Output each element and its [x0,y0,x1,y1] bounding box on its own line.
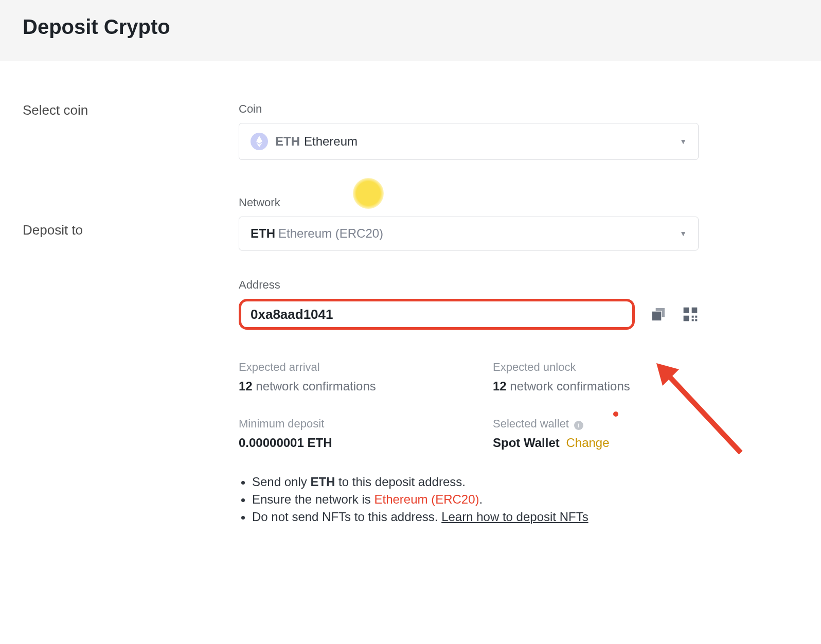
qr-code-icon[interactable] [682,306,699,323]
note-item: Send only ETH to this deposit address. [252,475,699,489]
svg-rect-9 [695,319,697,321]
expected-unlock-label: Expected unlock [493,361,699,374]
network-ticker: ETH [251,226,275,241]
page-header: Deposit Crypto [0,0,821,61]
coin-select[interactable]: ETH Ethereum ▼ [239,123,699,160]
right-column: Coin ETH Ethereum ▼ Network ETH Ethereum… [239,102,699,527]
left-column: Select coin Deposit to [23,102,239,527]
network-label: Network [239,196,699,209]
caret-down-icon: ▼ [680,229,687,238]
copy-icon[interactable] [650,306,667,323]
svg-rect-7 [695,316,697,318]
learn-nft-link[interactable]: Learn how to deposit NFTs [441,510,588,524]
selected-wallet-label: Selected wallet i [493,417,699,431]
caret-down-icon: ▼ [680,137,687,146]
svg-rect-6 [692,316,694,318]
expected-arrival-value: 12 network confirmations [239,379,493,393]
selected-wallet: Selected wallet i Spot Wallet Change [493,417,699,450]
address-label: Address [239,278,699,292]
deposit-notes: Send only ETH to this deposit address. E… [239,475,699,524]
svg-rect-2 [652,312,661,320]
page-title: Deposit Crypto [23,15,798,39]
note-item: Ensure the network is Ethereum (ERC20). [252,492,699,507]
address-row: 0xa8aad1041 [239,299,699,330]
network-select[interactable]: ETH Ethereum (ERC20) ▼ [239,217,699,251]
coin-label: Coin [239,102,699,116]
expected-unlock: Expected unlock 12 network confirmations [493,361,699,393]
content: Select coin Deposit to Coin ETH Ethereum… [0,61,628,548]
expected-unlock-value: 12 network confirmations [493,379,699,393]
coin-ticker: ETH [275,134,300,149]
minimum-deposit: Minimum deposit 0.00000001 ETH [239,417,493,450]
svg-rect-3 [684,308,689,313]
info-icon[interactable]: i [574,421,583,430]
coin-name: Ethereum [304,134,358,149]
svg-rect-4 [692,308,698,313]
step-label-select-coin: Select coin [23,102,239,118]
address-box: 0xa8aad1041 [239,299,635,330]
expected-arrival: Expected arrival 12 network confirmation… [239,361,493,393]
step-label-deposit-to: Deposit to [23,222,239,238]
svg-rect-5 [684,316,689,321]
svg-rect-8 [692,319,694,321]
ethereum-icon [251,133,268,150]
network-name: Ethereum (ERC20) [278,226,383,241]
note-item: Do not send NFTs to this address. Learn … [252,510,699,524]
address-value: 0xa8aad1041 [251,307,333,323]
change-wallet-link[interactable]: Change [566,436,609,450]
expected-arrival-label: Expected arrival [239,361,493,374]
min-deposit-label: Minimum deposit [239,417,493,431]
selected-wallet-value: Spot Wallet Change [493,436,699,450]
min-deposit-value: 0.00000001 ETH [239,436,493,450]
info-grid: Expected arrival 12 network confirmation… [239,361,699,450]
